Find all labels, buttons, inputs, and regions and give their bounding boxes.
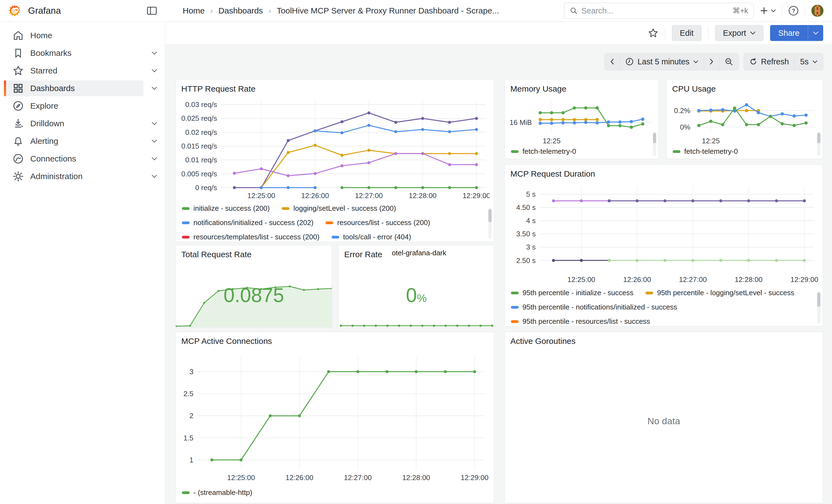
topbar-brand-section: Grafana bbox=[0, 4, 165, 17]
chevron-down-icon bbox=[152, 51, 157, 55]
svg-text:0.005 req/s: 0.005 req/s bbox=[181, 170, 217, 178]
svg-text:12:25: 12:25 bbox=[702, 137, 720, 145]
help-icon[interactable]: ? bbox=[788, 5, 799, 16]
sidebar-item-connections[interactable]: Connections bbox=[0, 150, 165, 167]
breadcrumb-dashboards[interactable]: Dashboards bbox=[218, 6, 263, 16]
refresh-button[interactable]: Refresh bbox=[744, 53, 795, 70]
legend-scrollbar[interactable] bbox=[817, 132, 821, 156]
grafana-logo-icon[interactable] bbox=[8, 4, 21, 17]
zoom-out-icon[interactable] bbox=[719, 53, 738, 70]
legend-item[interactable]: fetch-telemetry-0 bbox=[511, 147, 576, 156]
dashboards-grid-icon bbox=[12, 83, 24, 94]
legend-item[interactable]: 95th percentile - resources/list - succe… bbox=[511, 317, 650, 326]
refresh-interval-picker[interactable]: 5s bbox=[794, 53, 823, 70]
legend-scrollbar[interactable] bbox=[488, 208, 492, 239]
search-box[interactable]: ⌘+k bbox=[564, 3, 754, 19]
breadcrumb-separator-icon: › bbox=[268, 6, 271, 16]
sidebar-item-starred[interactable]: Starred bbox=[0, 62, 165, 80]
share-options-chevron-icon[interactable] bbox=[808, 25, 823, 41]
divider bbox=[782, 5, 782, 17]
panel-cpu-usage: CPU Usage 0%0.2%12:25 fetch-telemetry-0 bbox=[666, 80, 823, 159]
legend-item[interactable]: - (streamable-http) bbox=[182, 488, 252, 497]
panel-title[interactable]: Memory Usage bbox=[505, 80, 658, 96]
favorite-star-icon[interactable] bbox=[648, 28, 658, 38]
svg-text:?: ? bbox=[792, 8, 795, 14]
user-avatar[interactable] bbox=[811, 4, 824, 17]
panel-title[interactable]: Active Goroutines bbox=[505, 332, 823, 348]
sidebar-item-dashboards[interactable]: Dashboards bbox=[0, 80, 165, 97]
legend-label: 95th percentile - resources/list - succe… bbox=[522, 317, 650, 326]
sidebar-item-alerting[interactable]: Alerting bbox=[0, 132, 165, 150]
export-button[interactable]: Export bbox=[715, 25, 763, 41]
chevron-down-icon bbox=[152, 69, 157, 72]
plug-icon bbox=[12, 153, 24, 164]
legend-item[interactable]: logging/setLevel - success (200) bbox=[282, 204, 396, 213]
edit-button[interactable]: Edit bbox=[672, 25, 702, 41]
svg-text:12:25:00: 12:25:00 bbox=[248, 191, 275, 200]
bell-icon bbox=[12, 136, 24, 147]
sidebar-item-home[interactable]: Home bbox=[0, 27, 165, 44]
dashboard-content: Last 5 minutes Refresh 5s HTTP Request R… bbox=[165, 44, 832, 504]
sidebar-item-administration[interactable]: Administration bbox=[0, 167, 165, 185]
legend-row: resources/templates/list - success (200)… bbox=[182, 233, 490, 241]
panel-title[interactable]: HTTP Request Rate bbox=[176, 80, 494, 96]
top-navigation-bar: Grafana Home › Dashboards › ToolHive MCP… bbox=[0, 0, 832, 22]
svg-text:12:26:00: 12:26:00 bbox=[623, 275, 651, 284]
panel-title[interactable]: MCP Active Connections bbox=[176, 332, 494, 348]
home-icon bbox=[12, 30, 24, 41]
panel-mcp-request-duration: MCP Request Duration 2.50 s3 s3.50 s4 s4… bbox=[504, 164, 823, 326]
legend-scrollbar[interactable] bbox=[817, 291, 821, 324]
add-new-button[interactable] bbox=[760, 7, 776, 15]
chevron-down-icon bbox=[152, 157, 157, 160]
panel-total-request-rate: Total Request Rate 0.0875 bbox=[176, 245, 332, 327]
svg-text:0%: 0% bbox=[680, 123, 690, 131]
time-forward-button[interactable] bbox=[704, 53, 719, 70]
search-input[interactable] bbox=[581, 6, 729, 16]
active-item-accent-bar bbox=[4, 80, 6, 96]
legend-item[interactable]: tools/call - error (404) bbox=[332, 233, 411, 241]
legend-swatch bbox=[511, 320, 519, 323]
time-back-button[interactable] bbox=[605, 53, 620, 70]
svg-text:0.025 req/s: 0.025 req/s bbox=[181, 114, 217, 123]
legend-swatch bbox=[182, 221, 189, 224]
sidebar-item-explore[interactable]: Explore bbox=[0, 97, 165, 115]
panel-title[interactable]: MCP Request Duration bbox=[505, 165, 823, 181]
svg-text:12:27:00: 12:27:00 bbox=[344, 474, 372, 482]
sidebar-collapse-icon[interactable] bbox=[147, 6, 157, 15]
legend-row: fetch-telemetry-0 bbox=[511, 147, 654, 156]
legend-swatch bbox=[646, 292, 653, 294]
chevron-down-icon bbox=[750, 31, 755, 35]
legend-swatch bbox=[326, 221, 333, 224]
legend-scrollbar[interactable] bbox=[653, 132, 656, 156]
svg-text:12:25:00: 12:25:00 bbox=[567, 275, 595, 284]
sidebar-item-drilldown[interactable]: Drilldown bbox=[0, 115, 165, 132]
legend-item[interactable]: resources/list - success (200) bbox=[326, 218, 430, 227]
share-button[interactable]: Share bbox=[770, 25, 808, 41]
svg-text:12:27:00: 12:27:00 bbox=[355, 191, 383, 200]
legend-label: resources/list - success (200) bbox=[337, 218, 430, 227]
sidebar-item-bookmarks[interactable]: Bookmarks bbox=[0, 44, 165, 62]
star-icon bbox=[12, 65, 24, 76]
legend-item[interactable]: fetch-telemetry-0 bbox=[673, 147, 738, 156]
legend-item[interactable]: 95th percentile - initialize - success bbox=[511, 289, 633, 297]
legend-item[interactable]: 95th percentile - notifications/initiali… bbox=[511, 303, 677, 312]
legend-item[interactable]: notifications/initialized - success (202… bbox=[182, 218, 313, 227]
legend-label: notifications/initialized - success (202… bbox=[193, 218, 313, 227]
datasource-tooltip-label: otel-grafana-dark bbox=[392, 249, 446, 257]
error-rate-sparkline bbox=[339, 319, 494, 327]
legend-item[interactable]: initialize - success (200) bbox=[182, 204, 270, 213]
svg-text:3 s: 3 s bbox=[526, 243, 536, 251]
panel-title[interactable]: CPU Usage bbox=[667, 80, 823, 96]
panel-title[interactable]: Total Request Rate bbox=[176, 245, 332, 261]
breadcrumb-current-dashboard[interactable]: ToolHive MCP Server & Proxy Runner Dashb… bbox=[277, 6, 499, 16]
legend-label: 95th percentile - logging/setLevel - suc… bbox=[657, 289, 794, 297]
time-range-picker[interactable]: Last 5 minutes bbox=[620, 53, 704, 70]
legend-item[interactable]: resources/templates/list - success (200) bbox=[182, 233, 319, 241]
svg-text:12:29:00: 12:29:00 bbox=[463, 191, 490, 200]
legend-label: 95th percentile - initialize - success bbox=[522, 289, 633, 297]
legend-item[interactable]: 95th percentile - logging/setLevel - suc… bbox=[646, 289, 794, 297]
legend-row: 95th percentile - notifications/initiali… bbox=[511, 303, 819, 312]
breadcrumb-home[interactable]: Home bbox=[183, 6, 205, 16]
legend-label: resources/templates/list - success (200) bbox=[193, 233, 319, 241]
svg-text:0.2%: 0.2% bbox=[674, 106, 690, 115]
